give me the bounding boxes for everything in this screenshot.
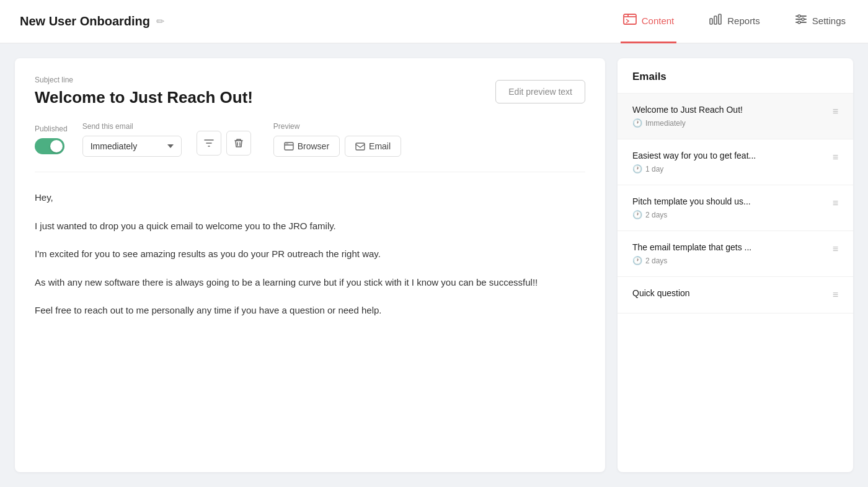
- svg-rect-3: [719, 14, 721, 24]
- browser-preview-button[interactable]: Browser: [273, 136, 340, 157]
- svg-point-9: [798, 21, 800, 24]
- body-paragraph-4: Feel free to reach out to me personally …: [35, 302, 585, 318]
- body-paragraph-0: Hey,: [35, 190, 585, 206]
- body-paragraph-1: I just wanted to drop you a quick email …: [35, 218, 585, 234]
- send-email-group: Send this email Immediately: [82, 122, 182, 157]
- left-panel: Subject line Welcome to Just Reach Out! …: [15, 58, 605, 472]
- email-item-content-1: Easiest way for you to get feat... 🕐 1 d…: [632, 151, 828, 173]
- tab-settings[interactable]: Settings: [792, 0, 848, 43]
- timing-value-3: 2 days: [645, 257, 667, 265]
- subject-area: Subject line Welcome to Just Reach Out!: [35, 76, 253, 107]
- subject-line-title: Welcome to Just Reach Out!: [35, 88, 253, 107]
- email-menu-icon-3[interactable]: ≡: [833, 244, 838, 255]
- email-item-title-0: Welcome to Just Reach Out!: [632, 105, 828, 115]
- subject-line-label: Subject line: [35, 76, 253, 84]
- email-list-item-2[interactable]: Pitch template you should us... 🕐 2 days…: [618, 185, 853, 231]
- svg-rect-2: [714, 16, 717, 24]
- clock-icon-3: 🕐: [632, 256, 642, 265]
- controls-row: Published Send this email Immediately: [35, 122, 585, 172]
- published-group: Published: [35, 125, 68, 154]
- email-btn-label: Email: [369, 141, 391, 151]
- email-item-timing-1: 🕐 1 day: [632, 164, 828, 173]
- published-label: Published: [35, 125, 68, 133]
- published-toggle[interactable]: [35, 138, 64, 154]
- svg-point-12: [285, 143, 286, 144]
- email-preview-button[interactable]: Email: [345, 136, 401, 157]
- trash-icon: [234, 138, 244, 148]
- clock-icon-0: 🕐: [632, 118, 642, 128]
- body-paragraph-3: As with any new software there is always…: [35, 274, 585, 291]
- email-item-content-3: The email template that gets ... 🕐 2 day…: [632, 242, 828, 265]
- email-menu-icon-4[interactable]: ≡: [833, 289, 838, 301]
- clock-icon-2: 🕐: [632, 210, 642, 219]
- reports-icon: [709, 14, 722, 28]
- clock-icon-1: 🕐: [632, 164, 642, 173]
- preview-buttons: Browser Email: [273, 136, 401, 157]
- preview-label: Preview: [273, 122, 401, 131]
- email-list-item-1[interactable]: Easiest way for you to get feat... 🕐 1 d…: [618, 139, 853, 185]
- email-icon: [355, 143, 365, 151]
- filter-button[interactable]: [197, 131, 221, 156]
- email-item-title-3: The email template that gets ...: [632, 242, 828, 252]
- toggle-knob: [50, 140, 63, 152]
- reports-tab-label: Reports: [727, 15, 760, 26]
- delete-button[interactable]: [226, 131, 251, 156]
- email-body: Hey, I just wanted to drop you a quick e…: [35, 190, 585, 318]
- main-content: Subject line Welcome to Just Reach Out! …: [0, 43, 868, 487]
- email-list-item-4[interactable]: Quick question ≡: [618, 277, 853, 314]
- edit-preview-text-button[interactable]: Edit preview text: [495, 80, 585, 103]
- settings-icon: [795, 13, 807, 29]
- email-item-content-4: Quick question: [632, 288, 828, 302]
- email-menu-icon-1[interactable]: ≡: [833, 152, 838, 163]
- subject-preview-row: Subject line Welcome to Just Reach Out! …: [35, 76, 585, 107]
- email-item-content-0: Welcome to Just Reach Out! 🕐 Immediately: [632, 105, 828, 128]
- send-email-label: Send this email: [82, 122, 182, 131]
- email-menu-icon-2[interactable]: ≡: [833, 198, 838, 209]
- top-nav: New User Onboarding ✏ Content: [0, 0, 868, 43]
- email-list-item-0[interactable]: Welcome to Just Reach Out! 🕐 Immediately…: [618, 94, 853, 139]
- tab-reports[interactable]: Reports: [706, 0, 763, 43]
- tab-content[interactable]: Content: [621, 0, 677, 43]
- email-item-title-4: Quick question: [632, 288, 828, 298]
- timing-value-2: 2 days: [645, 211, 667, 219]
- email-item-timing-3: 🕐 2 days: [632, 256, 828, 265]
- email-list-item-3[interactable]: The email template that gets ... 🕐 2 day…: [618, 231, 853, 277]
- browser-icon: [284, 142, 294, 151]
- svg-point-13: [287, 143, 288, 144]
- email-item-title-1: Easiest way for you to get feat...: [632, 151, 828, 160]
- action-icons: [197, 131, 251, 157]
- page-title-area: New User Onboarding ✏: [20, 14, 621, 29]
- filter-icon: [204, 138, 214, 148]
- page-title: New User Onboarding: [20, 14, 150, 29]
- svg-rect-0: [624, 14, 636, 24]
- email-item-timing-2: 🕐 2 days: [632, 210, 828, 219]
- right-panel: Emails Welcome to Just Reach Out! 🕐 Imme…: [618, 58, 853, 472]
- browser-btn-label: Browser: [298, 141, 329, 151]
- nav-tabs: Content Reports: [621, 0, 848, 43]
- svg-point-7: [798, 15, 800, 17]
- email-item-timing-0: 🕐 Immediately: [632, 118, 828, 128]
- content-icon: [623, 14, 637, 28]
- svg-point-8: [802, 18, 804, 20]
- email-item-content-2: Pitch template you should us... 🕐 2 days: [632, 196, 828, 219]
- preview-group: Preview Browser: [273, 122, 401, 157]
- content-tab-label: Content: [642, 15, 675, 26]
- send-email-select[interactable]: Immediately: [82, 136, 182, 157]
- email-menu-icon-0[interactable]: ≡: [833, 106, 838, 117]
- settings-tab-label: Settings: [812, 15, 846, 26]
- timing-value-1: 1 day: [645, 165, 663, 173]
- emails-header: Emails: [618, 58, 853, 94]
- email-item-title-2: Pitch template you should us...: [632, 196, 828, 206]
- svg-rect-14: [356, 143, 365, 150]
- edit-title-icon[interactable]: ✏: [156, 15, 164, 27]
- timing-value-0: Immediately: [645, 119, 686, 128]
- svg-rect-1: [710, 19, 712, 24]
- body-paragraph-2: I'm excited for you to see amazing resul…: [35, 246, 585, 262]
